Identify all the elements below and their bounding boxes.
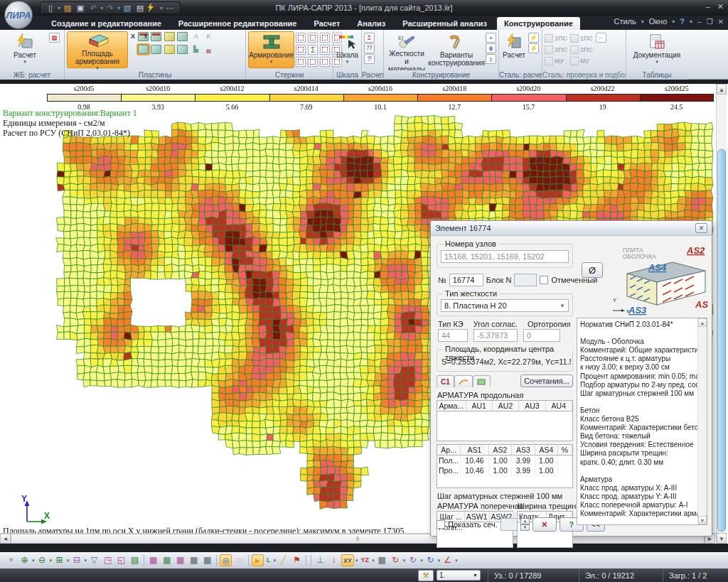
scroll-up-arrow[interactable]: ▲: [717, 84, 727, 95]
as-table[interactable]: Ар...AS1AS2AS3AS4% Пол...10.461.003.991.…: [437, 444, 573, 488]
hammer-mode-button[interactable]: ⚒: [418, 570, 434, 581]
flag-icon[interactable]: ⚑: [291, 554, 303, 566]
fragment2-icon[interactable]: ▦: [161, 554, 173, 566]
tab-c1[interactable]: C1: [437, 375, 454, 387]
chevron-down-icon[interactable]: ▾: [355, 558, 358, 564]
rod-option-icon[interactable]: [320, 57, 330, 67]
spin-up-icon[interactable]: ▲: [520, 518, 530, 524]
rod-option-icon[interactable]: [320, 33, 330, 43]
chevron-down-icon[interactable]: ▾: [50, 558, 53, 564]
ortho-field[interactable]: 0: [523, 329, 560, 342]
add-variant-icon[interactable]: ＋: [486, 33, 496, 43]
scroll-left-arrow[interactable]: ◄: [0, 534, 11, 544]
isometric-icon[interactable]: ∠: [441, 554, 454, 566]
open-file-icon[interactable]: ▨: [62, 3, 73, 13]
diameter-button[interactable]: Ø: [582, 262, 603, 278]
magnifier-off-icon[interactable]: ◌: [233, 554, 245, 566]
grid-settings-icon[interactable]: ▦: [49, 33, 60, 43]
tab-advanced-analysis[interactable]: Расширенный анализ: [395, 17, 494, 30]
plate-cube-icon[interactable]: [164, 32, 175, 41]
scroll-down-arrow[interactable]: ▼: [717, 533, 727, 544]
save-icon[interactable]: ▣: [75, 3, 86, 13]
line-icon[interactable]: ╱: [277, 554, 289, 566]
view-xy-button[interactable]: XY: [341, 554, 354, 566]
tab-section[interactable]: [473, 375, 491, 387]
fragment-icon[interactable]: ▦: [147, 554, 159, 566]
plate-cube-icon[interactable]: [177, 32, 188, 41]
calc-question-icon[interactable]: ⁇: [364, 43, 375, 53]
tab-design[interactable]: Конструирование: [497, 17, 580, 30]
rod-option-icon[interactable]: [320, 45, 330, 55]
fragment-rotate-icon[interactable]: ◳: [102, 554, 114, 566]
undo-icon[interactable]: ↶: [87, 3, 99, 13]
plate-cube-icon[interactable]: [138, 45, 149, 54]
fragment4-icon[interactable]: ▦: [188, 554, 200, 566]
section-spinner[interactable]: ▲▼: [520, 518, 530, 531]
size-l-icon[interactable]: L: [265, 554, 272, 566]
scroll-up-arrow[interactable]: ▲: [698, 318, 707, 327]
restore-button[interactable]: ❐: [707, 18, 713, 26]
element-info-panel[interactable]: Норматив СНиП 2.03.01-84* Модуль - Оболо…: [577, 318, 707, 525]
crane-icon[interactable]: ▙: [191, 45, 201, 55]
angle-field[interactable]: -5.37973: [473, 329, 518, 342]
minimize-ribbon-button[interactable]: –: [697, 18, 702, 26]
tab-curve[interactable]: [454, 375, 473, 387]
steel-calc-button[interactable]: Расчет: [501, 31, 527, 68]
axis-vertical-icon[interactable]: ↓: [328, 554, 340, 566]
sum-icon[interactable]: [308, 45, 318, 55]
zoom-out-icon[interactable]: ⊖: [36, 554, 48, 566]
section-number-field[interactable]: [500, 518, 518, 531]
rod-option-icon[interactable]: [296, 45, 306, 55]
block-number-field[interactable]: [514, 274, 537, 286]
plate-cube-icon[interactable]: [177, 45, 188, 54]
fe-type-field[interactable]: 44: [438, 329, 468, 342]
window-menu[interactable]: Окно: [649, 17, 668, 26]
tab-create-edit[interactable]: Создание и редактирование: [44, 17, 168, 30]
rod-option-icon[interactable]: [296, 57, 306, 67]
scroll-down-arrow[interactable]: ▼: [698, 516, 707, 524]
edit-variant-icon[interactable]: ±: [486, 54, 496, 64]
calc-result-icon[interactable]: ⁈: [364, 54, 375, 64]
calc-forces-icon[interactable]: Σ: [364, 33, 375, 43]
plate-y-cube-icon[interactable]: Y: [151, 32, 161, 41]
chevron-down-icon[interactable]: ▾: [32, 558, 35, 564]
zoom-extents-icon[interactable]: ⊞: [53, 554, 65, 566]
steel-bolt2-icon[interactable]: ⚡: [528, 43, 539, 53]
chevron-down-icon[interactable]: ▾: [85, 558, 87, 564]
tab-advanced-edit[interactable]: Расширенное редактирование: [171, 17, 304, 30]
vertical-scrollbar[interactable]: ▲ ▼: [716, 84, 727, 544]
rotate-x-icon[interactable]: ↻: [390, 554, 402, 566]
steel-bolt-icon[interactable]: ⚡: [528, 33, 539, 43]
pack-icon[interactable]: ▧: [122, 3, 133, 13]
tab-calculation[interactable]: Расчет: [306, 17, 347, 30]
fragment5-icon[interactable]: ▦: [201, 554, 213, 566]
help-menu[interactable]: ?: [680, 17, 685, 26]
beam-icon[interactable]: ▄: [203, 45, 214, 55]
brush-icon[interactable]: ▤: [129, 554, 141, 566]
rod-option-icon[interactable]: [296, 33, 306, 43]
node-numbers-field[interactable]: 15168, 15201, 15169, 15202: [441, 250, 569, 263]
customize-qat-icon[interactable]: ⋯: [164, 3, 176, 13]
chevron-down-icon[interactable]: ▾: [438, 558, 441, 564]
chevron-down-icon[interactable]: ▾: [403, 558, 406, 564]
element-number-field[interactable]: 16774: [449, 274, 483, 286]
ka-icon[interactable]: K: [203, 32, 214, 42]
view-yz-button[interactable]: YZ: [360, 554, 371, 566]
design-options-button[interactable]: Варианты конструирования: [429, 31, 484, 68]
show-section-checkbox[interactable]: [437, 520, 445, 529]
ain-icon[interactable]: A: [191, 32, 201, 42]
marked-checkbox[interactable]: [540, 276, 548, 284]
chevron-down-icon[interactable]: ▾: [67, 558, 70, 564]
chevron-down-icon[interactable]: ▾: [420, 558, 423, 564]
chevron-down-icon[interactable]: ▾: [455, 558, 458, 564]
new-file-icon[interactable]: ▯: [45, 3, 56, 13]
copy-icon[interactable]: ▤: [134, 3, 146, 13]
fragment3-icon[interactable]: ▦: [174, 554, 186, 566]
au-table[interactable]: Арма...AU1AU2AU3AU4: [437, 400, 573, 441]
plane-icon[interactable]: ▦: [376, 554, 388, 566]
reinf-area-button[interactable]: Площадь армирования▾: [67, 31, 128, 68]
scale-button[interactable]: Шкала▾: [336, 31, 359, 68]
dialog-title-bar[interactable]: Элемент 16774 ✕: [431, 221, 712, 236]
rotate-z-icon[interactable]: ↻: [424, 554, 437, 566]
stiffness-materials-button[interactable]: EI Жесткости и материалы▾: [386, 31, 427, 68]
